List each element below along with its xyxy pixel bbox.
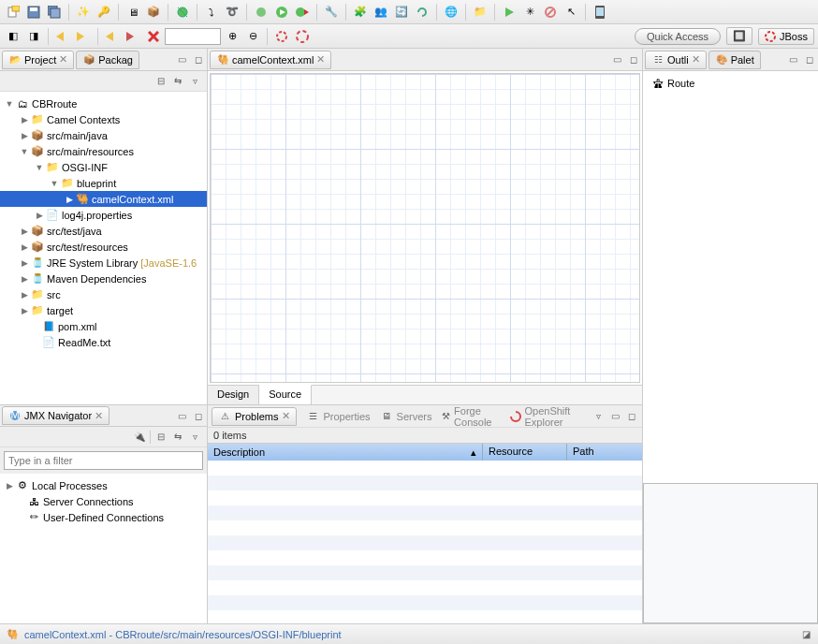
minimize-icon[interactable]: ▭ xyxy=(608,410,621,423)
design-canvas[interactable] xyxy=(210,73,640,383)
tree-log4j[interactable]: ▶log4j.properties xyxy=(0,207,207,223)
connect-icon[interactable]: 🔌 xyxy=(133,431,146,444)
play-icon[interactable] xyxy=(500,3,519,22)
status-decorator-icon[interactable]: ◪ xyxy=(799,628,812,641)
open-perspective-button[interactable]: 🔲 xyxy=(726,27,752,45)
collapse-all-icon[interactable]: ⊟ xyxy=(154,75,168,88)
nav-cancel-icon[interactable] xyxy=(144,27,163,46)
skip-breakpoints-icon[interactable]: ⤵ xyxy=(202,3,221,22)
jmx-local-processes[interactable]: ▶⚙Local Processes xyxy=(0,477,207,493)
team-icon[interactable]: 👥 xyxy=(372,3,390,22)
minimize-icon[interactable]: ▭ xyxy=(175,53,188,66)
jmx-server-connections[interactable]: 🖧Server Connections xyxy=(0,493,207,509)
outline-route[interactable]: 🛣Route xyxy=(647,75,814,91)
tree-maven-deps[interactable]: ▶Maven Dependencies xyxy=(0,271,207,286)
device-icon[interactable] xyxy=(591,3,609,22)
refresh-icon[interactable] xyxy=(413,3,431,22)
new-plugin-icon[interactable]: 🧩 xyxy=(351,3,370,22)
nav-back-icon[interactable] xyxy=(103,27,122,46)
forge-tab[interactable]: ⚒Forge Console xyxy=(442,405,501,428)
maximize-icon[interactable]: ◻ xyxy=(192,409,205,422)
tree-src-main-resources[interactable]: ▼src/main/resources xyxy=(0,143,207,159)
external-tools-icon[interactable]: 🔧 xyxy=(322,3,341,22)
servers-tab[interactable]: 🖥Servers xyxy=(380,410,432,423)
maximize-icon[interactable]: ◻ xyxy=(625,410,638,423)
link-editor-icon[interactable]: ⇆ xyxy=(171,431,184,444)
problems-tab[interactable]: ⚠ Problems ✕ xyxy=(212,407,297,426)
jboss-perspective-button[interactable]: JBoss xyxy=(758,28,814,45)
close-icon[interactable]: ✕ xyxy=(95,410,103,422)
jmx-filter-input[interactable] xyxy=(4,451,203,470)
properties-tab[interactable]: ☰Properties xyxy=(306,410,370,423)
tree-project-root[interactable]: ▼CBRroute xyxy=(0,95,207,111)
openshift-tab[interactable]: OpenShift Explorer xyxy=(510,405,583,428)
palette-tab[interactable]: 🎨 Palet xyxy=(708,51,761,69)
save-all-icon[interactable] xyxy=(45,3,64,22)
tree-target[interactable]: ▶target xyxy=(0,302,207,318)
cursor-icon[interactable]: ↖ xyxy=(562,3,580,22)
open-type-icon[interactable]: 🔑 xyxy=(95,3,113,22)
jmx-user-connections[interactable]: ✏User-Defined Connections xyxy=(0,509,207,525)
stop-icon[interactable] xyxy=(541,3,560,22)
sync-icon[interactable]: 🔄 xyxy=(392,3,411,22)
forward-icon[interactable] xyxy=(74,27,93,46)
tree-src[interactable]: ▶src xyxy=(0,286,207,302)
maximize-icon[interactable]: ◻ xyxy=(803,53,816,66)
minimize-icon[interactable]: ▭ xyxy=(175,409,188,422)
view-menu-icon[interactable]: ▿ xyxy=(592,410,605,423)
jmx-tree[interactable]: ▶⚙Local Processes 🖧Server Connections ✏U… xyxy=(0,474,207,623)
project-tree[interactable]: ▼CBRroute ▶Camel Contexts ▶src/main/java… xyxy=(0,92,207,404)
tree-jre[interactable]: ▶JRE System Library [JavaSE-1.6 xyxy=(0,255,207,271)
debug-icon[interactable] xyxy=(173,3,192,22)
link-editor-icon[interactable]: ⇆ xyxy=(171,75,184,88)
table-row[interactable] xyxy=(208,595,642,610)
close-icon[interactable]: ✕ xyxy=(282,410,290,422)
nav-forward-icon[interactable] xyxy=(124,27,142,46)
design-tab[interactable]: Design xyxy=(208,386,259,404)
debug-as-icon[interactable] xyxy=(252,3,270,22)
table-row[interactable] xyxy=(208,520,642,535)
package-explorer-tab[interactable]: 📦 Packag xyxy=(76,51,139,69)
align-right-icon[interactable]: ◨ xyxy=(24,27,43,46)
tree-src-main-java[interactable]: ▶src/main/java xyxy=(0,127,207,143)
table-row[interactable] xyxy=(208,476,642,490)
new-server-icon[interactable]: 🖥 xyxy=(124,3,142,22)
tree-camel-contexts[interactable]: ▶Camel Contexts xyxy=(0,111,207,127)
jmx-navigator-tab[interactable]: M JMX Navigator ✕ xyxy=(2,406,110,425)
maximize-icon[interactable]: ◻ xyxy=(192,53,205,66)
table-row[interactable] xyxy=(208,535,642,550)
outline-tab[interactable]: ☷ Outli ✕ xyxy=(645,51,707,69)
align-left-icon[interactable]: ◧ xyxy=(4,27,22,46)
col-resource[interactable]: Resource xyxy=(483,444,567,461)
tree-readme[interactable]: ReadMe.txt xyxy=(0,334,207,350)
view-menu-icon[interactable]: ▿ xyxy=(188,75,201,88)
wizard-icon[interactable]: ✨ xyxy=(74,3,93,22)
web-browser-icon[interactable]: 🌐 xyxy=(442,3,460,22)
col-description[interactable]: Description▴ xyxy=(208,444,483,461)
resume-icon[interactable]: ➰ xyxy=(223,3,241,22)
run-config-icon[interactable]: ✳ xyxy=(520,3,539,22)
zoom-out-icon[interactable]: ⊖ xyxy=(243,27,262,46)
problems-table[interactable]: Description▴ Resource Path Location Type xyxy=(208,443,642,623)
address-input[interactable] xyxy=(165,28,221,45)
editor-file-tab[interactable]: 🐫 camelContext.xml ✕ xyxy=(210,51,331,69)
col-path[interactable]: Path xyxy=(567,444,642,461)
table-row[interactable] xyxy=(208,490,642,505)
tree-osgi-inf[interactable]: ▼OSGI-INF xyxy=(0,159,207,175)
zoom-in-icon[interactable]: ⊕ xyxy=(223,27,241,46)
maximize-icon[interactable]: ◻ xyxy=(627,53,640,66)
table-row[interactable] xyxy=(208,505,642,520)
close-icon[interactable]: ✕ xyxy=(59,53,67,66)
run-last-icon[interactable] xyxy=(293,3,312,22)
view-menu-icon[interactable]: ▿ xyxy=(188,431,201,444)
collapse-all-icon[interactable]: ⊟ xyxy=(154,431,168,444)
save-icon[interactable] xyxy=(24,3,43,22)
new-package-icon[interactable]: 📦 xyxy=(144,3,163,22)
new-icon[interactable] xyxy=(4,3,22,22)
tree-camel-context-xml[interactable]: ▶🐫camelContext.xml xyxy=(0,191,207,207)
project-explorer-tab[interactable]: 📂 Project ✕ xyxy=(2,51,74,69)
table-row[interactable] xyxy=(208,461,642,476)
tree-blueprint[interactable]: ▼blueprint xyxy=(0,175,207,191)
close-icon[interactable]: ✕ xyxy=(316,53,325,66)
table-row[interactable] xyxy=(208,565,642,580)
